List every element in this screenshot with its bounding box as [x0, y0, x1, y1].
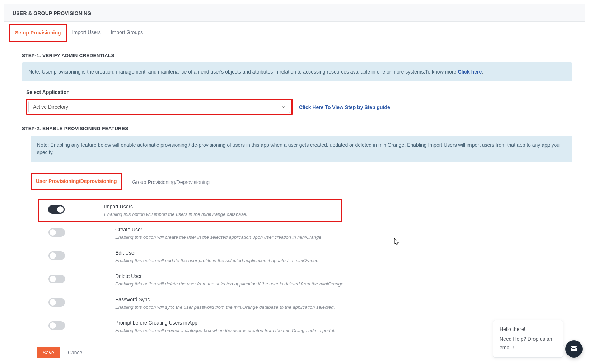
step-guide-link[interactable]: Click Here To View Step by Step guide: [299, 104, 390, 110]
feature-row-delete-user: Delete User Enabling this option will de…: [36, 268, 572, 292]
feature-title: Delete User: [115, 273, 345, 279]
feature-desc: Enabling this option will prompt a dialo…: [115, 328, 336, 333]
toggle-knob: [50, 252, 56, 259]
step1-note-suffix: .: [482, 69, 483, 75]
feature-text: Import Users Enabling this option will i…: [104, 204, 247, 217]
tab-import-groups[interactable]: Import Groups: [106, 22, 148, 42]
feature-text: Password Sync Enabling this option will …: [115, 297, 335, 310]
panel-header: USER & GROUP PROVISIONING: [4, 4, 585, 22]
help-text: Need Help? Drop us an email !: [500, 335, 556, 352]
toggle-knob: [50, 229, 56, 236]
panel: USER & GROUP PROVISIONING Setup Provisio…: [4, 4, 585, 364]
toggle-import-users[interactable]: [48, 205, 65, 214]
toggle-knob: [50, 276, 56, 282]
step2-title: STEP-2: ENABLE PROVISIONING FEATURES: [22, 126, 572, 131]
feature-row-edit-user: Edit User Enabling this option will upda…: [36, 245, 572, 268]
feature-desc: Enabling this option will sync the user …: [115, 304, 335, 310]
toggle-edit-user[interactable]: [48, 251, 65, 260]
step1-note-text: Note: User provisioning is the creation,…: [28, 69, 458, 75]
inner-tabs: User Provisioning/Deprovisioning Group P…: [31, 173, 572, 190]
feature-row-password-sync: Password Sync Enabling this option will …: [36, 292, 572, 315]
toggle-delete-user[interactable]: [48, 275, 65, 283]
step1-note-link[interactable]: Click here: [458, 69, 482, 75]
tab-user-provisioning[interactable]: User Provisioning/Deprovisioning: [32, 174, 121, 188]
cancel-button[interactable]: Cancel: [68, 350, 84, 355]
toggle-create-user[interactable]: [48, 228, 65, 237]
feature-title: Edit User: [115, 250, 320, 256]
feature-text: Prompt before Creating Users in App. Ena…: [115, 320, 336, 333]
toggle-knob: [50, 322, 56, 329]
highlight-box: Active Directory: [26, 99, 293, 115]
step1-title: STEP-1: VERIFY ADMIN CREDENTIALS: [22, 53, 572, 58]
tab-import-users[interactable]: Import Users: [67, 22, 106, 42]
mail-icon: [570, 344, 578, 354]
step1-note: Note: User provisioning is the creation,…: [22, 62, 572, 81]
feature-title: Prompt before Creating Users in App.: [115, 320, 336, 326]
actions: Save Cancel: [37, 347, 572, 358]
features-list: Import Users Enabling this option will i…: [36, 199, 572, 338]
feature-title: Create User: [115, 227, 323, 232]
content: STEP-1: VERIFY ADMIN CREDENTIALS Note: U…: [4, 53, 585, 364]
tabs: Setup Provisioning Import Users Import G…: [4, 22, 585, 42]
feature-row-import-users: Import Users Enabling this option will i…: [38, 199, 342, 222]
save-button[interactable]: Save: [37, 347, 60, 358]
toggle-knob: [57, 206, 64, 213]
feature-text: Delete User Enabling this option will de…: [115, 273, 345, 287]
step2-note: Note: Enabling any feature below will en…: [31, 136, 572, 162]
feature-title: Password Sync: [115, 297, 335, 302]
select-application-row: Select Application Active Directory Clic…: [26, 89, 572, 115]
highlight-box: Setup Provisioning: [9, 24, 67, 42]
feature-title: Import Users: [104, 204, 247, 209]
feature-desc: Enabling this option will import the use…: [104, 212, 247, 217]
page-title: USER & GROUP PROVISIONING: [13, 10, 576, 16]
help-fab-button[interactable]: [565, 340, 583, 358]
feature-text: Create User Enabling this option will cr…: [115, 227, 323, 240]
feature-desc: Enabling this option will delete the use…: [115, 281, 345, 287]
feature-row-prompt-create: Prompt before Creating Users in App. Ena…: [36, 315, 572, 338]
tab-setup-provisioning[interactable]: Setup Provisioning: [10, 25, 66, 40]
feature-desc: Enabling this option will create the use…: [115, 235, 323, 240]
toggle-password-sync[interactable]: [48, 298, 65, 307]
feature-desc: Enabling this option will update the use…: [115, 258, 320, 263]
feature-text: Edit User Enabling this option will upda…: [115, 250, 320, 263]
toggle-knob: [50, 299, 56, 306]
feature-row-create-user: Create User Enabling this option will cr…: [36, 222, 572, 245]
select-application-label: Select Application: [26, 89, 572, 95]
highlight-box: User Provisioning/Deprovisioning: [31, 173, 122, 190]
help-greeting: Hello there!: [500, 325, 556, 334]
tab-group-provisioning[interactable]: Group Provisioning/Deprovisioning: [127, 173, 215, 190]
help-popover: Hello there! Need Help? Drop us an email…: [493, 320, 563, 358]
toggle-prompt-create[interactable]: [48, 321, 65, 330]
select-application-dropdown[interactable]: Active Directory: [28, 101, 290, 113]
